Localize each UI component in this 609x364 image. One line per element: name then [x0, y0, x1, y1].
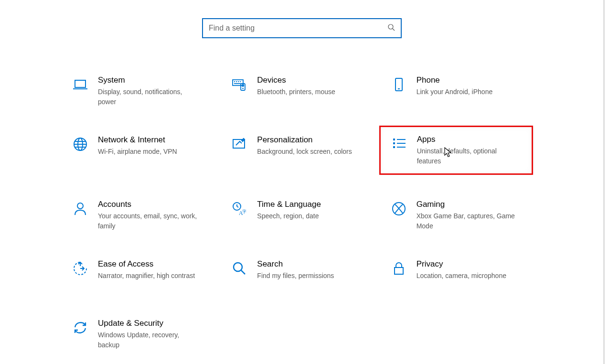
apps-list-icon	[388, 135, 410, 152]
tile-search[interactable]: Search Find my files, permissions	[224, 256, 384, 294]
tile-desc: Background, lock screen, colors	[257, 147, 352, 156]
tile-title: Ease of Access	[98, 259, 195, 269]
magnifier-icon	[228, 259, 250, 277]
svg-point-27	[77, 203, 83, 209]
keyboard-icon	[228, 75, 250, 93]
tile-title: Apps	[417, 135, 517, 144]
search-input[interactable]	[209, 24, 387, 32]
tile-desc: Windows Update, recovery, backup	[98, 330, 198, 350]
tile-text: Network & Internet Wi-Fi, airplane mode,…	[91, 135, 180, 157]
tile-desc: Wi-Fi, airplane mode, VPN	[98, 147, 177, 156]
tile-text: Time & Language Speech, region, date	[250, 200, 324, 221]
svg-rect-2	[75, 80, 85, 87]
tile-text: Search Find my files, permissions	[250, 259, 337, 281]
tile-text: Personalization Background, lock screen,…	[250, 135, 354, 157]
tile-text: System Display, sound, notifications, po…	[91, 75, 201, 107]
tile-text: Update & Security Windows Update, recove…	[91, 319, 201, 350]
tile-desc: Location, camera, microphone	[417, 271, 506, 280]
tile-desc: Find my files, permissions	[257, 271, 334, 280]
svg-rect-22	[393, 142, 395, 144]
tile-title: Devices	[257, 75, 335, 85]
tile-text: Gaming Xbox Game Bar, captures, Game Mod…	[410, 200, 520, 231]
tile-privacy[interactable]: Privacy Location, camera, microphone	[384, 256, 543, 294]
globe-icon	[69, 135, 91, 152]
tile-desc: Uninstall, defaults, optional features	[417, 146, 517, 166]
tile-desc: Xbox Game Bar, captures, Game Mode	[417, 211, 517, 231]
tile-apps[interactable]: Apps Uninstall, defaults, optional featu…	[379, 126, 533, 175]
tile-personalization[interactable]: Personalization Background, lock screen,…	[224, 131, 384, 175]
time-language-icon: A 字	[228, 200, 250, 217]
tile-title: Search	[257, 259, 334, 269]
tile-title: Update & Security	[98, 319, 198, 328]
tile-update-security[interactable]: Update & Security Windows Update, recove…	[65, 315, 224, 353]
svg-point-0	[388, 24, 393, 29]
tile-title: Time & Language	[257, 200, 321, 209]
svg-line-1	[393, 29, 395, 31]
tile-ease-of-access[interactable]: Ease of Access Narrator, magnifier, high…	[65, 256, 224, 294]
tile-text: Ease of Access Narrator, magnifier, high…	[91, 259, 198, 281]
tile-desc: Your accounts, email, sync, work, family	[98, 211, 198, 231]
tile-title: Accounts	[98, 200, 198, 209]
tile-text: Accounts Your accounts, email, sync, wor…	[91, 200, 201, 231]
tile-title: Privacy	[417, 259, 506, 269]
paint-icon	[228, 135, 250, 152]
tile-desc: Speech, region, date	[257, 211, 321, 221]
tile-title: Phone	[417, 75, 493, 85]
search-icon	[387, 23, 395, 33]
tile-title: Network & Internet	[98, 135, 177, 145]
svg-text:字: 字	[242, 209, 246, 214]
svg-rect-21	[393, 139, 395, 140]
svg-line-35	[241, 270, 245, 274]
svg-line-30	[237, 206, 238, 207]
tile-desc: Narrator, magnifier, high contrast	[98, 271, 195, 280]
svg-rect-23	[393, 146, 395, 148]
sync-icon	[69, 319, 91, 336]
tile-time-language[interactable]: A 字 Time & Language Speech, region, date	[224, 196, 384, 235]
tile-text: Phone Link your Android, iPhone	[410, 75, 496, 97]
person-icon	[69, 200, 91, 217]
settings-home: System Display, sound, notifications, po…	[0, 0, 604, 364]
lock-icon	[388, 259, 410, 277]
ease-of-access-icon	[69, 259, 91, 277]
search-container	[0, 18, 604, 38]
search-box[interactable]	[202, 18, 402, 38]
tile-text: Privacy Location, camera, microphone	[410, 259, 509, 281]
xbox-icon	[388, 200, 410, 217]
svg-point-34	[234, 263, 242, 271]
tile-title: Personalization	[257, 135, 352, 145]
laptop-icon	[69, 75, 91, 93]
svg-rect-4	[233, 80, 243, 86]
tile-desc: Bluetooth, printers, mouse	[257, 87, 335, 96]
settings-grid: System Display, sound, notifications, po…	[61, 72, 543, 353]
phone-icon	[388, 75, 410, 93]
tile-accounts[interactable]: Accounts Your accounts, email, sync, wor…	[65, 196, 224, 235]
tile-devices[interactable]: Devices Bluetooth, printers, mouse	[224, 72, 384, 110]
svg-rect-36	[395, 268, 403, 274]
tile-desc: Display, sound, notifications, power	[98, 87, 198, 107]
tile-text: Devices Bluetooth, printers, mouse	[250, 75, 338, 97]
tile-network[interactable]: Network & Internet Wi-Fi, airplane mode,…	[65, 131, 224, 175]
tile-title: Gaming	[417, 200, 517, 209]
tile-desc: Link your Android, iPhone	[417, 87, 493, 96]
tile-gaming[interactable]: Gaming Xbox Game Bar, captures, Game Mod…	[384, 196, 543, 235]
tile-title: System	[98, 75, 198, 85]
tile-text: Apps Uninstall, defaults, optional featu…	[410, 135, 520, 166]
tile-phone[interactable]: Phone Link your Android, iPhone	[384, 72, 543, 110]
tile-system[interactable]: System Display, sound, notifications, po…	[65, 72, 224, 110]
